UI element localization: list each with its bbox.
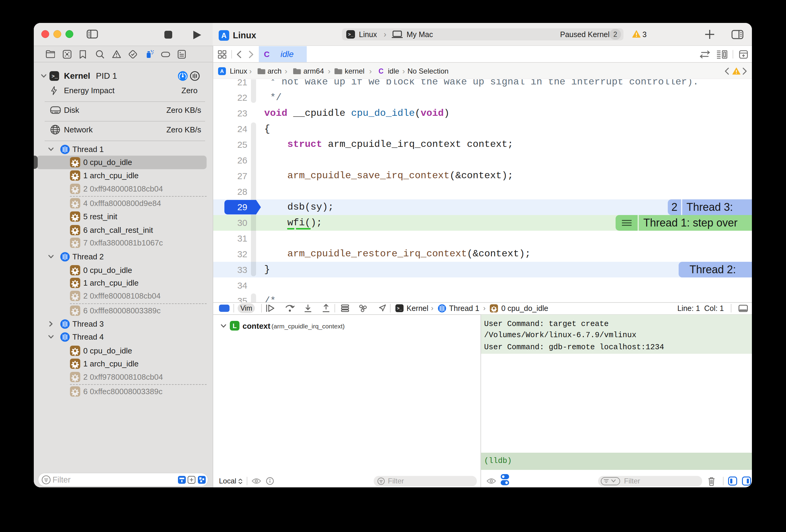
svg-text:>_: >_ — [51, 74, 58, 79]
svg-text:>_: >_ — [348, 32, 354, 38]
svg-text:L: L — [233, 322, 236, 330]
svg-text:A: A — [222, 31, 227, 40]
svg-text:A: A — [220, 68, 224, 74]
svg-text:>_: >_ — [397, 306, 402, 311]
